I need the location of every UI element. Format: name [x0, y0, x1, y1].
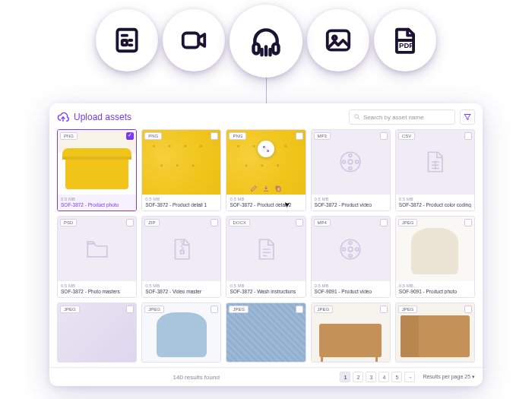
search-icon — [353, 113, 361, 121]
download-button[interactable] — [261, 184, 271, 193]
asset-thumbnail: PSD — [58, 217, 136, 281]
asset-meta: 0.5 MBSOF-3872 - Video master — [142, 281, 220, 297]
asset-name: SOF-9091 - Product video — [315, 289, 387, 294]
select-checkbox[interactable] — [464, 219, 472, 226]
asset-size: 0.5 MB — [61, 197, 133, 201]
asset-thumbnail: DOCX — [226, 217, 305, 281]
bubble-audio — [230, 5, 302, 78]
asset-thumbnail: MP4 — [312, 217, 390, 281]
select-checkbox[interactable] — [126, 306, 134, 313]
expand-button[interactable] — [258, 141, 274, 157]
svg-point-23 — [356, 160, 359, 163]
format-badge: JPEG — [398, 219, 418, 226]
asset-card[interactable]: PNG0.5 MBSOF-3872 - Product detail 2➤ — [226, 129, 306, 211]
format-badge: JPEG — [144, 306, 164, 313]
select-checkbox[interactable] — [380, 306, 388, 313]
asset-card[interactable]: JPEG — [311, 302, 391, 363]
asset-card[interactable]: ZIP0.5 MBSOF-3872 - Video master — [141, 216, 221, 298]
asset-card[interactable]: CSV0.5 MBSOF-3872 - Product color coding — [395, 129, 475, 211]
select-checkbox[interactable] — [211, 306, 218, 313]
asset-meta: 0.5 MBSOF-3872 - Photo masters — [58, 281, 136, 297]
select-checkbox[interactable] — [126, 132, 134, 140]
select-checkbox[interactable] — [126, 219, 134, 226]
format-badge: PSD — [60, 219, 77, 226]
results-per-page[interactable]: Results per page 25 ▾ — [423, 374, 475, 380]
asset-thumbnail: JPEG — [396, 217, 474, 281]
page-button[interactable]: 5 — [391, 372, 402, 382]
asset-card[interactable]: JPEG — [57, 302, 137, 363]
copy-icon — [274, 185, 282, 192]
asset-meta: 0.5 MBSOF-3872 - Product detail 2 — [226, 195, 305, 211]
select-checkbox[interactable] — [464, 132, 472, 140]
svg-point-19 — [348, 160, 353, 165]
select-checkbox[interactable] — [296, 132, 303, 140]
bubble-video — [163, 9, 225, 71]
edit-button[interactable] — [249, 184, 258, 193]
filter-icon — [463, 112, 472, 122]
page-button[interactable]: 4 — [378, 372, 389, 382]
asset-card[interactable]: PNG0.5 MBSOF-3872 - Product photo — [57, 129, 137, 211]
asset-card[interactable]: JPEG — [395, 302, 475, 363]
asset-card[interactable]: MP30.5 MBSOF-3872 - Product video — [311, 129, 391, 211]
asset-thumbnail: JPEG — [58, 303, 136, 362]
format-badge: MP3 — [314, 132, 331, 140]
asset-card[interactable]: MP40.5 MBSOF-9091 - Product video — [311, 216, 391, 298]
svg-rect-6 — [254, 44, 259, 54]
asset-thumbnail: JPEG — [226, 303, 305, 362]
asset-card[interactable]: JPEG — [226, 302, 306, 363]
format-badge: PNG — [229, 132, 246, 140]
svg-point-21 — [349, 167, 352, 170]
asset-card[interactable]: DOCX0.5 MBSOF-3872 - Wash instructions — [226, 216, 306, 298]
asset-size: 0.5 MB — [399, 197, 471, 201]
asset-meta: 0.5 MBSOF-9091 - Product photo — [396, 281, 474, 297]
cursor-icon: ➤ — [283, 201, 292, 208]
asset-meta: 0.5 MBSOF-3872 - Product color coding — [396, 195, 474, 211]
asset-meta: 0.5 MBSOF-3872 - Product detail 1 — [142, 195, 220, 211]
select-checkbox[interactable] — [296, 219, 303, 226]
bubble-pdf: PDF — [374, 9, 436, 71]
asset-card[interactable]: PSD0.5 MBSOF-3872 - Photo masters — [57, 216, 137, 298]
audio-icon — [249, 24, 283, 58]
asset-card[interactable]: JPEG0.5 MBSOF-9091 - Product photo — [395, 216, 475, 298]
select-checkbox[interactable] — [211, 219, 218, 226]
next-page-button[interactable]: → — [404, 372, 415, 382]
connector-line — [266, 76, 267, 103]
file-type-bubbles: PDF — [0, 0, 532, 78]
asset-card[interactable]: JPEG — [141, 302, 221, 363]
page-button[interactable]: 2 — [353, 372, 363, 382]
cloud-upload-icon — [57, 111, 69, 123]
asset-size: 0.5 MB — [61, 283, 133, 288]
select-checkbox[interactable] — [380, 219, 388, 226]
asset-thumbnail: PNG — [226, 130, 305, 195]
asset-card[interactable]: PNG0.5 MBSOF-3872 - Product detail 1 — [141, 129, 221, 211]
asset-size: 0.5 MB — [145, 283, 217, 288]
page-button[interactable]: 3 — [366, 372, 376, 382]
asset-name: SOF-3872 - Product color coding — [399, 202, 471, 207]
svg-point-20 — [349, 154, 352, 157]
format-badge: CSV — [398, 132, 415, 140]
svg-rect-7 — [273, 44, 278, 54]
select-checkbox[interactable] — [211, 132, 218, 140]
asset-size: 0.5 MB — [315, 197, 387, 201]
panel-header: Upload assets Search by asset name — [49, 103, 483, 129]
panel-footer: 140 results found 12345→ Results per pag… — [49, 367, 483, 386]
asset-thumbnail: JPEG — [396, 303, 474, 362]
asset-name: SOF-3872 - Product video — [315, 202, 387, 207]
asset-size: 0.5 MB — [230, 283, 302, 288]
svg-point-39 — [349, 254, 352, 257]
page-button[interactable]: 1 — [340, 372, 350, 382]
svg-line-16 — [358, 118, 359, 119]
asset-size: 0.5 MB — [230, 197, 302, 201]
select-checkbox[interactable] — [464, 306, 472, 313]
filter-button[interactable] — [460, 109, 475, 125]
search-placeholder: Search by asset name — [363, 114, 424, 121]
svg-point-22 — [343, 160, 346, 163]
format-badge: JPEG — [60, 306, 80, 313]
asset-thumbnail: PNG — [58, 130, 136, 195]
copy-button[interactable] — [274, 184, 283, 193]
image-icon — [324, 26, 353, 55]
svg-point-40 — [343, 248, 346, 251]
select-checkbox[interactable] — [380, 132, 388, 140]
search-input[interactable]: Search by asset name — [349, 109, 455, 125]
select-checkbox[interactable] — [296, 306, 303, 313]
